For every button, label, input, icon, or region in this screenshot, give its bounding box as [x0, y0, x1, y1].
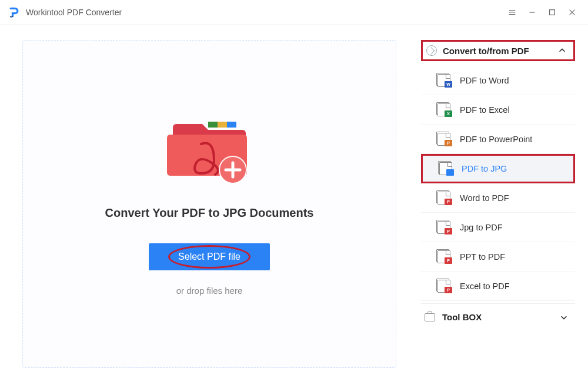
file-icon: P: [437, 133, 450, 146]
sidebar-item-label: Jpg to PDF: [460, 223, 503, 232]
sidebar: Convert to/from PDF WPDF to WordXPDF to …: [413, 25, 588, 382]
svg-rect-3: [227, 122, 236, 128]
sidebar-item-label: PDF to Word: [460, 76, 509, 85]
svg-rect-1: [208, 122, 218, 128]
file-icon: [439, 162, 452, 175]
file-icon: X: [437, 103, 450, 116]
sidebar-item-excel-to-pdf[interactable]: PExcel to PDF: [421, 272, 575, 301]
toolbox-title: Tool BOX: [442, 312, 482, 322]
conversion-menu: WPDF to WordXPDF to ExcelPPDF to PowerPo…: [421, 66, 575, 301]
sidebar-item-label: PPT to PDF: [460, 252, 505, 262]
sidebar-item-pdf-to-excel[interactable]: XPDF to Excel: [421, 95, 575, 125]
file-icon: P: [437, 250, 450, 263]
chevron-down-icon: [560, 313, 568, 321]
select-pdf-button-label: Select PDF file: [178, 252, 240, 262]
svg-rect-0: [550, 9, 555, 15]
chevron-up-icon: [558, 46, 566, 55]
sidebar-item-label: Excel to PDF: [460, 282, 510, 291]
sidebar-item-label: PDF to PowerPoint: [460, 135, 532, 144]
titlebar: Workintool PDF Converter: [0, 0, 588, 25]
sidebar-item-label: PDF to JPG: [462, 164, 507, 173]
file-icon: W: [437, 74, 450, 87]
sidebar-item-ppt-to-pdf[interactable]: PPPT to PDF: [421, 242, 575, 272]
sidebar-item-jpg-to-pdf[interactable]: PJpg to PDF: [421, 213, 575, 242]
sidebar-item-label: Word to PDF: [460, 193, 509, 203]
sidebar-item-pdf-to-jpg[interactable]: PDF to JPG: [421, 154, 575, 183]
drop-hint-text: or drop files here: [176, 286, 243, 296]
sidebar-item-pdf-to-powerpoint[interactable]: PPDF to PowerPoint: [421, 125, 575, 154]
menu-button[interactable]: [502, 3, 522, 22]
minimize-button[interactable]: [522, 3, 542, 22]
file-icon: P: [437, 192, 450, 205]
sidebar-item-label: PDF to Excel: [460, 105, 510, 115]
section-title: Convert to/from PDF: [443, 46, 529, 56]
drop-zone[interactable]: Convert Your PDF to JPG Documents Select…: [22, 40, 396, 368]
maximize-button[interactable]: [542, 3, 562, 22]
sidebar-item-pdf-to-word[interactable]: WPDF to Word: [421, 66, 575, 95]
convert-icon: [426, 45, 437, 56]
select-pdf-button[interactable]: Select PDF file: [149, 243, 270, 270]
section-header-convert[interactable]: Convert to/from PDF: [421, 40, 575, 61]
close-button[interactable]: [562, 3, 582, 22]
section-header-toolbox[interactable]: Tool BOX: [421, 303, 575, 330]
app-logo-icon: [8, 6, 20, 18]
sidebar-item-word-to-pdf[interactable]: PWord to PDF: [421, 183, 575, 213]
toolbox-icon: [425, 313, 435, 321]
app-title: Workintool PDF Converter: [26, 8, 122, 17]
main-heading: Convert Your PDF to JPG Documents: [105, 206, 314, 220]
file-icon: P: [437, 221, 450, 234]
folder-illustration-icon: [162, 111, 256, 187]
file-icon: P: [437, 280, 450, 293]
svg-rect-2: [218, 122, 227, 128]
